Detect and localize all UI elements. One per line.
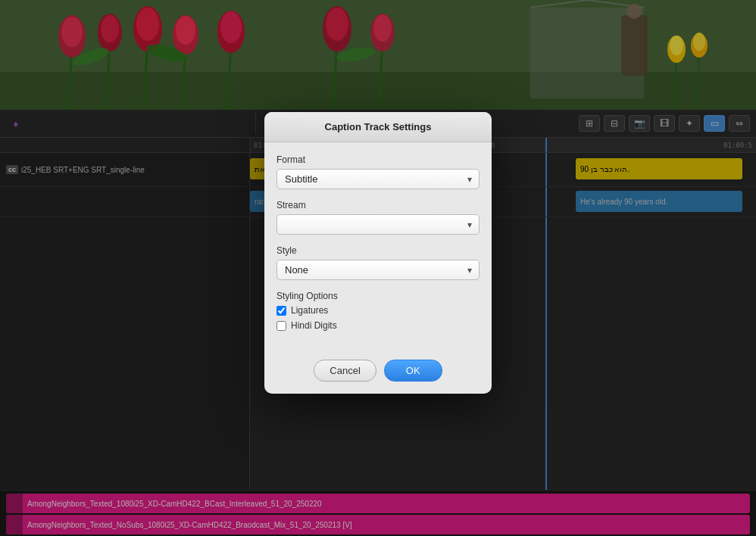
dialog-overlay: Caption Track Settings Format Subtitle C… (0, 0, 756, 536)
styling-options-group: Styling Options Ligatures Hindi Digits (276, 291, 480, 331)
ligatures-item: Ligatures (276, 305, 480, 316)
stream-label: Stream (276, 200, 480, 210)
stream-select-wrapper (276, 214, 480, 235)
hindi-digits-item: Hindi Digits (276, 320, 480, 331)
checkbox-group: Ligatures Hindi Digits (276, 305, 480, 331)
hindi-digits-checkbox[interactable] (276, 321, 286, 331)
stream-select[interactable] (276, 214, 480, 235)
format-label: Format (276, 154, 480, 165)
style-select[interactable]: None Default Custom (276, 260, 480, 280)
dialog-buttons: Cancel OK (264, 354, 492, 394)
stream-group: Stream (276, 200, 480, 235)
hindi-digits-label: Hindi Digits (291, 320, 337, 331)
ligatures-checkbox[interactable] (276, 306, 286, 316)
format-group: Format Subtitle CEA-608 CEA-708 WebVTT S… (276, 154, 480, 189)
format-select-wrapper: Subtitle CEA-608 CEA-708 WebVTT SRT (276, 169, 480, 189)
style-group: Style None Default Custom (276, 245, 480, 280)
caption-track-settings-dialog: Caption Track Settings Format Subtitle C… (264, 112, 492, 394)
ligatures-label: Ligatures (291, 305, 328, 316)
style-select-wrapper: None Default Custom (276, 260, 480, 280)
dialog-title-bar: Caption Track Settings (264, 112, 492, 142)
dialog-body: Format Subtitle CEA-608 CEA-708 WebVTT S… (264, 142, 492, 354)
cancel-button[interactable]: Cancel (314, 360, 376, 382)
ok-button[interactable]: OK (384, 360, 442, 382)
styling-options-label: Styling Options (276, 291, 480, 301)
dialog-title: Caption Track Settings (325, 121, 432, 132)
style-label: Style (276, 245, 480, 256)
format-select[interactable]: Subtitle CEA-608 CEA-708 WebVTT SRT (276, 169, 480, 189)
